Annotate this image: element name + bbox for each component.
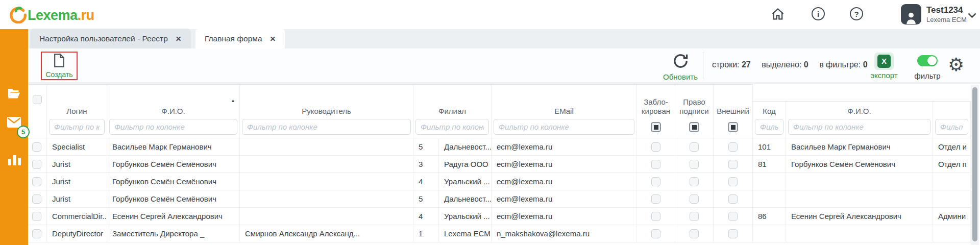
- cell-department: [933, 173, 971, 190]
- external-checkbox[interactable]: [728, 212, 738, 221]
- table-row[interactable]: Specialist Васильев Марк Германович 5 Да…: [28, 138, 753, 156]
- column-header-sign-right[interactable]: Правоподписи: [675, 85, 714, 119]
- info-icon[interactable]: i: [812, 7, 825, 20]
- table-row[interactable]: 101 Васильев Марк Германович Отдел и: [753, 138, 971, 156]
- scrollbar-thumb[interactable]: [972, 87, 977, 241]
- sign-right-checkbox[interactable]: [690, 194, 699, 204]
- external-checkbox[interactable]: [728, 177, 738, 186]
- row-checkbox[interactable]: [32, 194, 41, 204]
- row-checkbox[interactable]: [32, 142, 41, 152]
- cell-branch-num: 1: [413, 225, 439, 242]
- folder-icon[interactable]: [7, 88, 21, 102]
- filter-blocked-checkbox[interactable]: [651, 122, 661, 132]
- filter-login-input[interactable]: [49, 119, 105, 135]
- row-checkbox[interactable]: [32, 212, 41, 221]
- tab-close-icon[interactable]: ✕: [270, 35, 276, 43]
- table-row[interactable]: CommercialDir... Есенин Сергей Александр…: [28, 208, 753, 225]
- filter-branch-input[interactable]: [415, 119, 489, 135]
- filter-email-input[interactable]: [494, 119, 634, 135]
- refresh-icon: [672, 62, 689, 71]
- table-row[interactable]: Jurist Горбунков Семён Семёнович 4 Ураль…: [28, 173, 753, 190]
- bar-chart-icon[interactable]: [8, 154, 21, 167]
- external-checkbox[interactable]: [728, 229, 738, 238]
- sign-right-checkbox[interactable]: [690, 212, 699, 221]
- blocked-checkbox[interactable]: [651, 177, 660, 186]
- tab-main-form[interactable]: Главная форма ✕: [195, 29, 285, 48]
- sort-asc-icon[interactable]: ▲: [231, 98, 235, 104]
- cell-login: Specialist: [47, 138, 107, 155]
- cell-email: n_makshakova@lexema.ru: [492, 225, 637, 242]
- column-header-branch[interactable]: Филиал: [413, 85, 492, 119]
- column-header-fio2[interactable]: Ф.И.О.: [786, 102, 933, 119]
- home-icon[interactable]: [771, 7, 785, 23]
- column-header-code[interactable]: Код: [753, 102, 786, 119]
- gear-icon[interactable]: ⚙: [948, 50, 964, 80]
- table-row[interactable]: [753, 190, 971, 208]
- sign-right-checkbox[interactable]: [690, 142, 699, 152]
- table-row[interactable]: DeputyDirector Заместитель Директора _ С…: [28, 225, 753, 242]
- table-row[interactable]: [753, 225, 971, 242]
- grid-header-row: Код Ф.И.О.: [753, 102, 971, 119]
- toolbar: Создать Обновить строки: 27 выделено: 0 …: [28, 48, 980, 82]
- cell-fio2: Горбунков Семён Семёнович: [786, 156, 933, 173]
- filter-sign-right-checkbox[interactable]: [689, 122, 699, 132]
- table-row[interactable]: [753, 173, 971, 190]
- user-menu-chevron-down-icon[interactable]: [968, 11, 976, 20]
- create-button[interactable]: Создать: [41, 52, 78, 80]
- filter-code-input[interactable]: [755, 119, 783, 135]
- column-header-external[interactable]: Внешний: [714, 85, 753, 119]
- cell-fio: Заместитель Директора _: [107, 225, 240, 242]
- filter-external-checkbox[interactable]: [728, 122, 738, 132]
- row-checkbox[interactable]: [32, 160, 41, 169]
- user-avatar[interactable]: [901, 4, 921, 24]
- blocked-checkbox[interactable]: [651, 229, 660, 238]
- filter-toggle[interactable]: [917, 55, 938, 66]
- tab-user-settings-registry[interactable]: Настройка пользователей - Реестр ✕: [30, 29, 191, 48]
- sign-right-checkbox[interactable]: [690, 177, 699, 186]
- cell-department: [933, 225, 971, 242]
- filter-manager-input[interactable]: [242, 119, 411, 135]
- excel-icon: X: [874, 53, 894, 70]
- logo-text: Lexema.ru: [28, 8, 94, 23]
- column-header-login[interactable]: Логин: [47, 85, 107, 119]
- external-checkbox[interactable]: [728, 160, 738, 169]
- column-header-email[interactable]: EMail: [492, 85, 637, 119]
- sign-right-checkbox[interactable]: [690, 229, 699, 238]
- select-all-checkbox[interactable]: [33, 95, 42, 104]
- filter-department-input[interactable]: [935, 119, 968, 135]
- blocked-checkbox[interactable]: [651, 212, 660, 221]
- cell-branch-name: Lexema ECM: [439, 225, 492, 242]
- column-header-fio[interactable]: Ф.И.О. ▲: [107, 85, 240, 119]
- blocked-checkbox[interactable]: [651, 160, 660, 169]
- sign-right-checkbox[interactable]: [690, 160, 699, 169]
- cell-branch-name: Дальневост...: [439, 138, 492, 155]
- filter-toggle-label: фильтр: [912, 71, 943, 80]
- cell-email: ecm@lexema.ru: [492, 190, 637, 207]
- cell-fio2: [786, 225, 933, 242]
- vertical-scrollbar[interactable]: [971, 85, 979, 245]
- external-checkbox[interactable]: [728, 142, 738, 152]
- export-button[interactable]: X экспорт: [869, 53, 899, 80]
- filter-fio2-input[interactable]: [788, 119, 930, 135]
- user-name[interactable]: Test1234: [926, 5, 963, 15]
- lexema-logo[interactable]: Lexema.ru: [8, 5, 94, 26]
- cell-department: Отдел и: [933, 138, 971, 155]
- table-row[interactable]: 86 Есенин Сергей Александрович Админи: [753, 208, 971, 225]
- column-header-department[interactable]: [933, 102, 971, 119]
- table-row[interactable]: 81 Горбунков Семён Семёнович Отдел п: [753, 156, 971, 173]
- external-checkbox[interactable]: [728, 194, 738, 204]
- tab-close-icon[interactable]: ✕: [176, 35, 182, 43]
- help-icon[interactable]: ?: [850, 7, 863, 20]
- blocked-checkbox[interactable]: [651, 142, 660, 152]
- table-row[interactable]: Jurist Горбунков Семён Семёнович 5 Дальн…: [28, 190, 753, 208]
- refresh-button[interactable]: Обновить: [661, 53, 700, 81]
- blocked-checkbox[interactable]: [651, 194, 660, 204]
- column-header-blocked[interactable]: Забло-кирован: [637, 85, 675, 119]
- cell-code: [753, 190, 786, 207]
- filter-fio-input[interactable]: [109, 119, 237, 135]
- row-checkbox[interactable]: [32, 229, 41, 238]
- row-checkbox[interactable]: [32, 177, 41, 186]
- table-row[interactable]: Jurist Горбунков Семён Семёнович 3 Радуг…: [28, 156, 753, 173]
- column-header-manager[interactable]: Руководитель: [240, 85, 413, 119]
- cell-login: DeputyDirector: [47, 225, 107, 242]
